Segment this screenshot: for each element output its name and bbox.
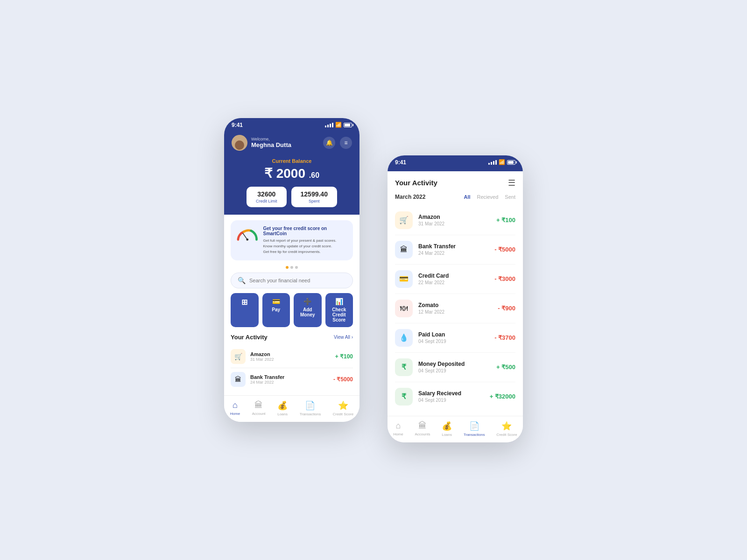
month-filter: March 2022 All Recieved Sent — [388, 192, 523, 206]
nav2-accounts[interactable]: 🏛 Accounts — [415, 421, 430, 437]
add-money-label: Add Money — [297, 307, 318, 317]
status-icons: 📶 — [325, 122, 352, 128]
credit-date: 22 Mar 2022 — [418, 280, 494, 285]
txn-deposit-full: ₹ Money Deposited 04 Sept 2019 + ₹500 — [395, 353, 515, 382]
activity-page-title: Your Activity — [395, 179, 437, 187]
nav2-loans[interactable]: 💰 Loans — [442, 421, 452, 437]
wifi-icon: 📶 — [335, 122, 342, 128]
search-icon: 🔍 — [238, 277, 246, 284]
nav-account[interactable]: 🏛 Account — [252, 400, 266, 416]
txn-name: Amazon — [250, 351, 274, 357]
amazon-amount: + ₹100 — [496, 217, 515, 224]
nav-credit-score[interactable]: ⭐ Credit Score — [333, 400, 353, 416]
account-nav-icon: 🏛 — [254, 400, 263, 410]
spent-card: 12599.40 Spent — [291, 187, 337, 207]
zomato-amount: - ₹900 — [498, 305, 515, 312]
deposit-name: Money Deposited — [418, 361, 496, 367]
balance-decimal: .60 — [309, 171, 319, 179]
battery-icon-2 — [507, 160, 515, 165]
nav-transactions[interactable]: 📄 Transactions — [300, 400, 321, 416]
scan-icon: ⊞ — [241, 298, 247, 307]
transactions2-nav-icon: 📄 — [469, 421, 479, 431]
welcome-text: Welcome, — [251, 137, 291, 141]
month-label: March 2022 — [395, 194, 425, 200]
deposit-date: 04 Sept 2019 — [418, 368, 496, 373]
nav-loans[interactable]: 💰 Loans — [277, 400, 288, 416]
promo-text: Get your free credit score on SmartCoin … — [263, 226, 347, 255]
bank-name: Bank Transfer — [418, 243, 494, 250]
txn-info-zomato: Zomato 12 Mar 2022 — [418, 302, 498, 315]
credit-limit-label: Credit Limit — [256, 199, 277, 203]
filter-sent[interactable]: Sent — [505, 194, 515, 200]
activity-title: Your Activity — [231, 334, 268, 341]
filter-icon[interactable]: ☰ — [508, 178, 515, 188]
nav-loans-label: Loans — [277, 412, 288, 416]
status-bar-home: 9:41 📶 — [224, 118, 359, 130]
nav2-home[interactable]: ⌂ Home — [393, 421, 403, 437]
nav2-credit[interactable]: ⭐ Credit Score — [496, 421, 517, 437]
menu-icon[interactable]: ≡ — [340, 137, 352, 149]
txn-zomato-full: 🍽 Zomato 12 Mar 2022 - ₹900 — [395, 294, 515, 323]
accounts2-nav-icon: 🏛 — [418, 421, 427, 431]
bank-date: 24 Mar 2022 — [418, 251, 494, 256]
txn-info: Bank Transfer 24 Mar 2022 — [250, 374, 284, 385]
activity-page-header: Your Activity ☰ — [388, 171, 523, 192]
transactions-list: 🛒 Amazon 31 Mar 2022 + ₹100 🏛 Bank Trans… — [388, 206, 523, 411]
txn-info-credit: Credit Card 22 Mar 2022 — [418, 273, 494, 285]
status-time-2: 9:41 — [395, 159, 406, 166]
home-txn-bank: 🏛 Bank Transfer 24 Mar 2022 - ₹5000 — [231, 368, 353, 391]
promo-card[interactable]: Get your free credit score on SmartCoin … — [231, 220, 353, 260]
filter-all[interactable]: All — [464, 194, 470, 200]
nav2-transactions[interactable]: 📄 Transactions — [464, 421, 485, 437]
pay-label: Pay — [272, 307, 280, 312]
dot-2 — [290, 266, 293, 269]
zomato-name: Zomato — [418, 302, 498, 308]
txn-info-bank: Bank Transfer 24 Mar 2022 — [418, 243, 494, 256]
promo-title: Get your free credit score on SmartCoin — [263, 226, 347, 236]
status-time: 9:41 — [232, 122, 243, 128]
nav2-transactions-label: Transactions — [464, 433, 485, 437]
home-txn-amazon: 🛒 Amazon 31 Mar 2022 + ₹100 — [231, 345, 353, 368]
nav-account-label: Account — [252, 412, 266, 416]
loan-amount: - ₹3700 — [494, 334, 515, 341]
avatar — [232, 135, 247, 151]
signal-icon-2 — [488, 160, 497, 165]
activity-header: Your Activity View All › — [231, 334, 353, 341]
home-header: Welcome, Meghna Dutta 🔔 ≡ Current Balanc… — [224, 130, 359, 215]
status-icons-2: 📶 — [488, 159, 515, 165]
deposit-icon-full: ₹ — [395, 358, 413, 376]
salary-date: 04 Sept 2019 — [418, 398, 490, 403]
bank-amount: - ₹5000 — [494, 246, 515, 253]
status-bar-activity: 9:41 📶 — [388, 155, 523, 168]
header-icons: 🔔 ≡ — [323, 137, 352, 149]
add-money-button[interactable]: ➕ Add Money — [294, 293, 322, 327]
check-credit-button[interactable]: 📊 Check Credit Score — [325, 293, 353, 327]
credit-icon-full: 💳 — [395, 270, 413, 288]
txn-bank-full: 🏛 Bank Transfer 24 Mar 2022 - ₹5000 — [395, 235, 515, 265]
search-input[interactable] — [249, 278, 346, 283]
loan-icon-full: 💧 — [395, 329, 413, 347]
search-box[interactable]: 🔍 — [231, 273, 353, 288]
filter-received[interactable]: Recieved — [477, 194, 499, 200]
dot-3 — [295, 266, 298, 269]
home-activity-section: Your Activity View All › 🛒 Amazon 31 Mar… — [224, 334, 359, 391]
nav-home[interactable]: ⌂ Home — [230, 400, 240, 416]
spent-value: 12599.40 — [301, 190, 328, 198]
bottom-nav-activity: ⌂ Home 🏛 Accounts 💰 Loans 📄 Transactions… — [388, 416, 523, 442]
balance-stats: 32600 Credit Limit 12599.40 Spent — [232, 187, 352, 207]
view-all-link[interactable]: View All › — [334, 335, 353, 340]
txn-date: 24 Mar 2022 — [250, 380, 284, 385]
amazon-icon: 🛒 — [231, 349, 246, 364]
scan-button[interactable]: ⊞ — [231, 293, 259, 327]
credit-limit-card: 32600 Credit Limit — [247, 187, 287, 207]
credit-limit-value: 32600 — [256, 190, 277, 198]
loans-nav-icon: 💰 — [277, 400, 288, 411]
balance-section: Current Balance ₹ 2000 .60 32600 Credit … — [232, 158, 352, 207]
bottom-nav-home: ⌂ Home 🏛 Account 💰 Loans 📄 Transactions … — [224, 395, 359, 422]
battery-icon — [344, 123, 352, 127]
pay-button[interactable]: 💳 Pay — [262, 293, 290, 327]
notification-bell-icon[interactable]: 🔔 — [323, 137, 335, 149]
avatar-face — [235, 140, 244, 150]
credit-amount: - ₹3000 — [494, 275, 515, 282]
nav2-credit-label: Credit Score — [496, 433, 517, 437]
